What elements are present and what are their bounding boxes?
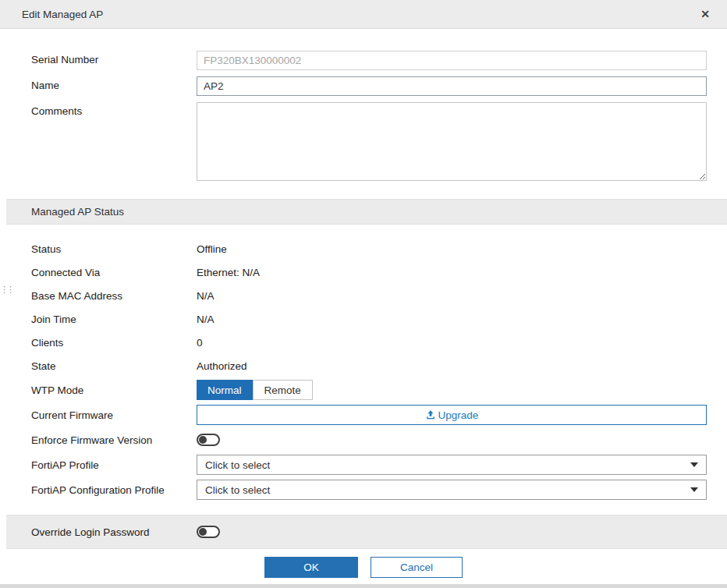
wtp-mode-label: WTP Mode [31, 384, 197, 396]
managed-ap-status-title: Managed AP Status [31, 206, 124, 218]
serial-number-row: Serial Number [0, 51, 727, 70]
serial-number-field [197, 51, 707, 70]
upgrade-button-label: Upgrade [438, 409, 479, 421]
fortiap-config-profile-placeholder: Click to select [205, 484, 270, 496]
status-label: Status [31, 243, 197, 255]
fortiap-config-profile-label: FortiAP Configuration Profile [31, 484, 197, 496]
join-time-row: Join Time N/A [0, 307, 727, 331]
wtp-mode-segmented-control: Normal Remote [197, 380, 313, 400]
clients-row: Clients 0 [0, 331, 727, 354]
upload-icon [425, 409, 436, 420]
name-field[interactable] [197, 76, 707, 96]
fortiap-profile-placeholder: Click to select [205, 459, 270, 471]
chevron-down-icon [690, 487, 698, 492]
clients-label: Clients [31, 337, 197, 349]
base-mac-label: Base MAC Address [31, 290, 197, 302]
close-icon[interactable]: ✕ [700, 9, 710, 19]
dialog-header: Edit Managed AP ✕ [0, 0, 727, 29]
comments-field[interactable] [197, 102, 707, 181]
fortiap-config-profile-row: FortiAP Configuration Profile Click to s… [0, 477, 727, 502]
comments-label: Comments [31, 102, 197, 117]
state-label: State [31, 360, 197, 372]
fortiap-profile-label: FortiAP Profile [31, 459, 197, 471]
join-time-value: N/A [197, 313, 215, 325]
wtp-mode-normal-button[interactable]: Normal [197, 380, 253, 400]
override-login-password-label: Override Login Password [31, 526, 197, 538]
chevron-down-icon [690, 462, 698, 467]
state-value: Authorized [197, 360, 247, 372]
fortiap-config-profile-select[interactable]: Click to select [197, 480, 707, 500]
enforce-firmware-label: Enforce Firmware Version [31, 434, 197, 446]
status-list: Status Offline Connected Via Ethernet: N… [0, 225, 727, 502]
status-row: Status Offline [0, 237, 727, 260]
current-firmware-label: Current Firmware [31, 409, 197, 421]
dialog-title: Edit Managed AP [22, 9, 103, 20]
connected-via-value: Ethernet: N/A [197, 267, 260, 278]
join-time-label: Join Time [31, 313, 197, 325]
dialog-footer: OK Cancel [0, 549, 727, 588]
base-mac-value: N/A [197, 290, 215, 302]
override-login-password-toggle[interactable] [197, 526, 220, 538]
edit-managed-ap-dialog: Edit Managed AP ✕ Serial Number Name Com… [0, 0, 727, 584]
cancel-button[interactable]: Cancel [371, 557, 463, 578]
wtp-mode-row: WTP Mode Normal Remote [0, 377, 727, 402]
enforce-firmware-row: Enforce Firmware Version [0, 427, 727, 452]
connected-via-row: Connected Via Ethernet: N/A [0, 260, 727, 284]
base-mac-row: Base MAC Address N/A [0, 284, 727, 307]
name-label: Name [31, 76, 197, 91]
status-value: Offline [197, 243, 227, 255]
override-login-password-row: Override Login Password [6, 515, 727, 549]
clients-value: 0 [197, 337, 203, 349]
wtp-mode-remote-button[interactable]: Remote [253, 380, 313, 400]
ok-button[interactable]: OK [264, 557, 358, 578]
splitter-grip[interactable]: ⋮⋮ [0, 287, 8, 292]
current-firmware-row: Current Firmware Upgrade [0, 402, 727, 427]
serial-number-label: Serial Number [31, 51, 197, 66]
dialog-body: Serial Number Name Comments Managed AP S… [0, 29, 727, 549]
upgrade-button[interactable]: Upgrade [197, 405, 707, 425]
name-row: Name [0, 76, 727, 96]
comments-row: Comments [0, 102, 727, 183]
state-row: State Authorized [0, 354, 727, 377]
connected-via-label: Connected Via [31, 267, 197, 278]
fortiap-profile-select[interactable]: Click to select [197, 455, 707, 475]
managed-ap-status-section-header: Managed AP Status [6, 199, 727, 225]
fortiap-profile-row: FortiAP Profile Click to select [0, 452, 727, 477]
enforce-firmware-toggle[interactable] [197, 434, 220, 446]
